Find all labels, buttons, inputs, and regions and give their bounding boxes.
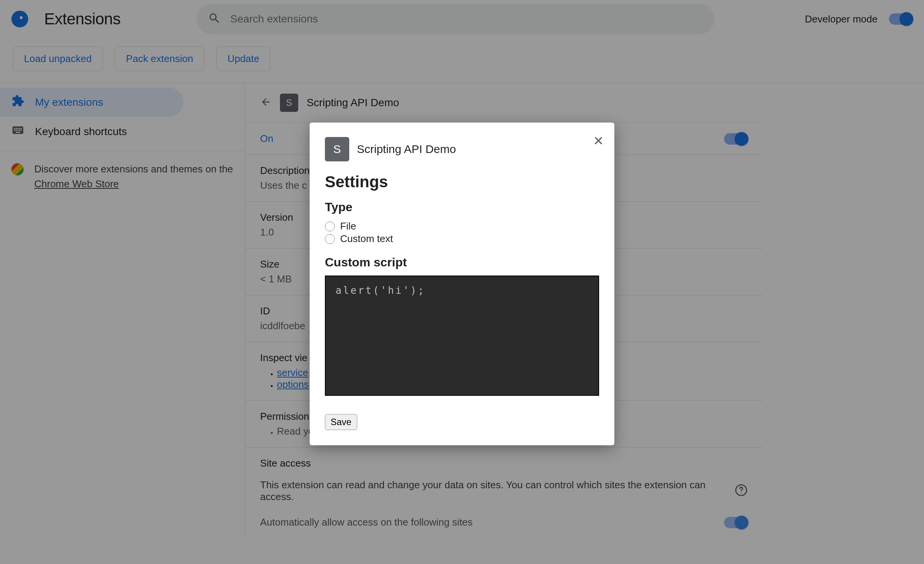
modal-overlay: ✕ S Scripting API Demo Settings Type Fil… — [0, 0, 924, 564]
type-option-label: Custom text — [340, 233, 393, 245]
type-radio-file[interactable] — [325, 221, 335, 231]
close-icon[interactable]: ✕ — [593, 133, 604, 148]
custom-script-textarea[interactable] — [325, 276, 599, 396]
settings-heading: Settings — [325, 173, 599, 191]
settings-modal: ✕ S Scripting API Demo Settings Type Fil… — [310, 123, 614, 445]
type-option-file[interactable]: File — [325, 220, 599, 232]
save-button[interactable]: Save — [325, 414, 357, 430]
modal-extension-name: Scripting API Demo — [357, 143, 456, 156]
type-option-custom[interactable]: Custom text — [325, 233, 599, 245]
type-option-label: File — [340, 220, 356, 232]
modal-extension-badge: S — [325, 137, 349, 161]
custom-script-heading: Custom script — [325, 255, 599, 269]
type-radio-custom[interactable] — [325, 234, 335, 244]
type-heading: Type — [325, 200, 599, 214]
